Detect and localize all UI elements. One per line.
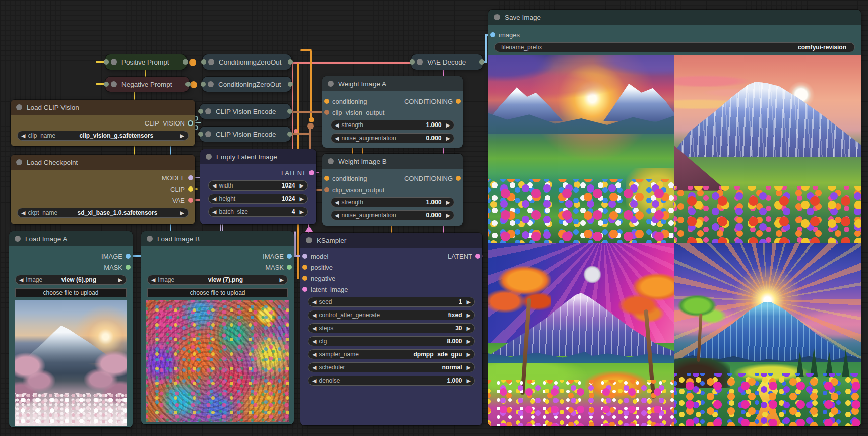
clip-vision-output-slot[interactable] <box>287 109 292 114</box>
increment-arrow[interactable]: ▶ <box>446 135 450 142</box>
MODEL-output-slot[interactable] <box>188 175 193 180</box>
conditioning-output-slot[interactable] <box>288 82 293 87</box>
samples-input-slot[interactable] <box>410 59 415 65</box>
collapse-dot[interactable] <box>208 59 214 65</box>
widget-image[interactable]: ◀imageview (7).png▶ <box>147 275 288 285</box>
CLIP-output-slot[interactable] <box>188 186 193 192</box>
increment-arrow[interactable]: ▶ <box>467 299 471 305</box>
decrement-arrow[interactable]: ◀ <box>212 182 216 189</box>
choose-file-button[interactable]: choose file to upload <box>15 288 127 297</box>
node-load-image-b[interactable]: Load Image B IMAGEMASK ◀imageview (7).pn… <box>141 231 294 424</box>
load-image-b-preview[interactable] <box>146 300 289 422</box>
clip_vision_output-input-slot[interactable] <box>324 110 329 115</box>
widget-denoise[interactable]: ◀denoise1.000▶ <box>308 376 475 386</box>
collapse-dot[interactable] <box>206 154 212 160</box>
model-input-slot[interactable] <box>302 254 307 259</box>
output-image-3[interactable] <box>488 243 674 426</box>
node-load-checkpoint[interactable]: Load Checkpoint MODELCLIPVAE ◀ckpt_names… <box>11 155 195 224</box>
widget-height[interactable]: ◀height1024▶ <box>208 194 308 204</box>
conditioning-output-slot[interactable] <box>288 59 293 65</box>
latent_image-input-slot[interactable] <box>302 287 307 292</box>
link-junction-dot[interactable] <box>189 59 196 66</box>
decrement-arrow[interactable]: ◀ <box>335 212 339 219</box>
widget-noise_augmentation[interactable]: ◀noise_augmentation0.000▶ <box>331 133 454 143</box>
clip_vision_output-input-slot[interactable] <box>324 187 329 192</box>
image-output-slot[interactable] <box>479 59 484 65</box>
widget-control_after_generate[interactable]: ◀control_after_generatefixed▶ <box>308 310 475 320</box>
node-clip-vision-encode-1[interactable]: CLIP Vision Encode <box>200 104 291 119</box>
widget-clip_name[interactable]: ◀clip_nameclip_vision_g.safetensors▶ <box>17 131 189 141</box>
choose-file-button[interactable]: choose file to upload <box>147 288 288 297</box>
increment-arrow[interactable]: ▶ <box>180 210 184 216</box>
decrement-arrow[interactable]: ◀ <box>312 351 316 358</box>
decrement-arrow[interactable]: ◀ <box>312 378 316 384</box>
decrement-arrow[interactable]: ◀ <box>21 210 25 216</box>
decrement-arrow[interactable]: ◀ <box>212 196 216 202</box>
node-empty-latent-image[interactable]: Empty Latent Image LATENT ◀width1024▶◀he… <box>200 149 316 224</box>
decrement-arrow[interactable]: ◀ <box>312 299 316 305</box>
node-vae-decode[interactable]: VAE Decode <box>411 54 483 70</box>
link-junction-dot[interactable] <box>294 129 298 133</box>
decrement-arrow[interactable]: ◀ <box>335 135 339 142</box>
clip-vision-input-slot[interactable] <box>198 132 203 137</box>
clip-input-slot[interactable] <box>104 82 109 87</box>
widget-ckpt_name[interactable]: ◀ckpt_namesd_xl_base_1.0.safetensors▶ <box>17 208 189 218</box>
increment-arrow[interactable]: ▶ <box>300 182 304 189</box>
decrement-arrow[interactable]: ◀ <box>19 277 23 283</box>
collapse-dot[interactable] <box>328 158 334 164</box>
clip-vision-output-slot[interactable] <box>287 132 292 137</box>
collapse-dot[interactable] <box>111 81 117 87</box>
node-negative-prompt[interactable]: Negative Prompt <box>105 77 189 92</box>
increment-arrow[interactable]: ▶ <box>300 209 304 215</box>
increment-arrow[interactable]: ▶ <box>467 312 471 319</box>
node-save-image[interactable]: Save Image images ◀filename_prefixcomfyu… <box>488 10 861 426</box>
increment-arrow[interactable]: ▶ <box>467 325 471 332</box>
decrement-arrow[interactable]: ◀ <box>151 277 155 283</box>
decrement-arrow[interactable]: ◀ <box>312 325 316 332</box>
output-image-1[interactable] <box>488 55 674 243</box>
node-weight-image-b[interactable]: Weight Image B conditioningCONDITIONINGc… <box>322 154 463 226</box>
conditioning-input-slot[interactable] <box>324 99 329 104</box>
MASK-output-slot[interactable] <box>126 265 131 270</box>
increment-arrow[interactable]: ▶ <box>446 122 450 129</box>
decrement-arrow[interactable]: ◀ <box>312 312 316 319</box>
collapse-dot[interactable] <box>306 237 312 243</box>
collapse-dot[interactable] <box>417 59 423 65</box>
output-image-4[interactable] <box>674 243 861 426</box>
widget-sampler_name[interactable]: ◀sampler_namedpmpp_sde_gpu▶ <box>308 349 475 359</box>
widget-noise_augmentation[interactable]: ◀noise_augmentation0.000▶ <box>331 210 454 220</box>
widget-image[interactable]: ◀imageview (6).png▶ <box>15 275 127 285</box>
node-conditioning-zero-out-2[interactable]: ConditioningZeroOut <box>202 77 291 92</box>
LATENT-output-slot[interactable] <box>475 254 480 259</box>
increment-arrow[interactable]: ▶ <box>118 277 122 283</box>
conditioning-output-slot[interactable] <box>185 82 191 87</box>
positive-input-slot[interactable] <box>302 265 307 270</box>
conditioning-input-slot[interactable] <box>201 82 206 87</box>
increment-arrow[interactable]: ▶ <box>180 133 184 139</box>
decrement-arrow[interactable]: ◀ <box>335 199 339 206</box>
VAE-output-slot[interactable] <box>188 198 193 203</box>
clip-vision-input-slot[interactable] <box>198 109 203 114</box>
node-load-image-a[interactable]: Load Image A IMAGEMASK ◀imageview (6).pn… <box>9 231 133 427</box>
increment-arrow[interactable]: ▶ <box>280 277 284 283</box>
link-junction-dot[interactable] <box>309 117 314 122</box>
collapse-dot[interactable] <box>328 81 334 87</box>
node-positive-prompt[interactable]: Positive Prompt <box>105 54 187 70</box>
conditioning-input-slot[interactable] <box>201 59 206 65</box>
load-image-a-preview[interactable] <box>15 300 127 426</box>
increment-arrow[interactable]: ▶ <box>446 212 450 219</box>
collapse-dot[interactable] <box>494 14 500 20</box>
conditioning-input-slot[interactable] <box>324 176 329 181</box>
increment-arrow[interactable]: ▶ <box>467 338 471 345</box>
collapse-dot[interactable] <box>111 59 117 65</box>
increment-arrow[interactable]: ▶ <box>300 196 304 202</box>
increment-arrow[interactable]: ▶ <box>467 378 471 384</box>
collapse-dot[interactable] <box>205 131 211 137</box>
widget-cfg[interactable]: ◀cfg8.000▶ <box>308 336 475 346</box>
widget-strength[interactable]: ◀strength1.000▶ <box>331 197 454 207</box>
node-conditioning-zero-out-1[interactable]: ConditioningZeroOut <box>203 54 291 70</box>
widget-width[interactable]: ◀width1024▶ <box>208 180 308 191</box>
link-junction-dot[interactable] <box>307 123 314 129</box>
decrement-arrow[interactable]: ◀ <box>312 364 316 371</box>
decrement-arrow[interactable]: ◀ <box>212 209 216 215</box>
